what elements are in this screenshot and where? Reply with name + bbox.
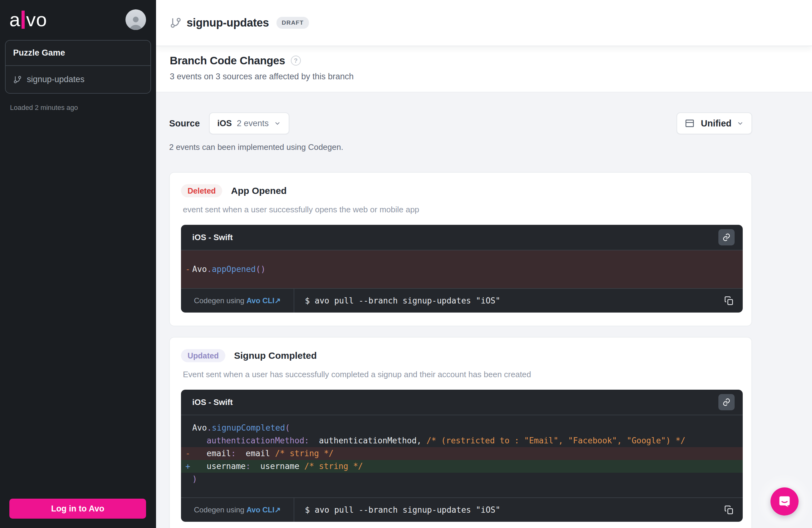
event-title: Signup Completed [234, 350, 317, 361]
event-title: App Opened [231, 185, 287, 196]
copy-icon [724, 296, 734, 305]
intro-section: Branch Code Changes ? 3 events on 3 sour… [156, 46, 812, 92]
copy-button[interactable] [722, 294, 736, 308]
sidebar-branch-item[interactable]: signup-updates [5, 65, 150, 93]
code-line: Avo.signupCompleted( [181, 422, 743, 434]
page-title: Branch Code Changes [170, 54, 285, 67]
codegen-note: 2 events can been implemented using Code… [169, 142, 752, 152]
git-branch-icon [13, 75, 22, 84]
link-icon [722, 398, 731, 406]
cli-command: $ avo pull --branch signup-updates "iOS" [305, 505, 722, 515]
workspace-name[interactable]: Puzzle Game [5, 41, 150, 65]
code-block: iOS - Swift -Avo.appOpened() Codegen usi… [181, 225, 743, 313]
event-card-app-opened: Deleted App Opened event sent when a use… [169, 172, 752, 326]
external-link-icon: ↗ [274, 296, 280, 305]
link-button[interactable] [719, 229, 735, 245]
codegen-cell: Codegen using Avo CLI↗ [181, 498, 294, 522]
workspace-box: Puzzle Game signup-updates [5, 40, 151, 94]
avo-logo: a vo [9, 10, 47, 29]
content: Source iOS 2 events Unified 2 events can… [156, 92, 812, 528]
rows-icon [685, 118, 695, 128]
source-dropdown-count: 2 events [237, 119, 269, 128]
diff-plus-marker: + [185, 460, 190, 473]
draft-badge: DRAFT [276, 17, 309, 29]
chevron-down-icon [737, 119, 744, 127]
logo-letters-vo: vo [26, 10, 47, 29]
link-button[interactable] [719, 394, 735, 410]
copy-button[interactable] [722, 503, 736, 517]
source-dropdown-value: iOS [217, 119, 232, 128]
view-mode-dropdown[interactable]: Unified [677, 112, 752, 134]
source-dropdown[interactable]: iOS 2 events [209, 112, 289, 134]
logo-letter-a: a [9, 10, 20, 29]
code-line: authenticationMethod: authenticationMeth… [181, 434, 743, 447]
deleted-code-line: -email: email /* string */ [181, 447, 743, 460]
chat-widget-glow [756, 473, 812, 528]
avo-cli-link[interactable]: Avo CLI↗ [247, 296, 281, 305]
sidebar-branch-label: signup-updates [27, 75, 85, 84]
code-language-label: iOS - Swift [192, 398, 233, 407]
status-badge-updated: Updated [181, 349, 225, 362]
page-subtitle: 3 events on 3 sources are affected by th… [170, 72, 798, 82]
chat-button[interactable] [770, 487, 799, 515]
user-avatar[interactable] [126, 9, 146, 30]
person-icon [128, 14, 144, 30]
code-block: iOS - Swift Avo.signupCompleted( authent… [181, 390, 743, 522]
status-badge-deleted: Deleted [181, 184, 222, 197]
loaded-status: Loaded 2 minutes ago [10, 104, 156, 112]
event-description: event sent when a user successfully open… [181, 205, 743, 214]
event-description: Event sent when a user has successfully … [181, 370, 743, 380]
branch-title: signup-updates [187, 16, 269, 29]
deleted-code-hunk: -Avo.appOpened() [181, 251, 743, 288]
code-language-label: iOS - Swift [192, 233, 233, 242]
source-label: Source [169, 118, 200, 129]
view-mode-value: Unified [701, 118, 731, 129]
external-link-icon: ↗ [274, 505, 280, 514]
login-button[interactable]: Log in to Avo [9, 499, 146, 519]
code-line: -Avo.appOpened() [181, 263, 743, 276]
avo-cli-link[interactable]: Avo CLI↗ [247, 505, 281, 514]
diff-minus-marker: - [185, 447, 190, 460]
chevron-down-icon [274, 119, 281, 127]
help-icon[interactable]: ? [291, 56, 301, 66]
git-branch-icon [170, 17, 182, 29]
logo-pink-bar [21, 11, 25, 29]
added-code-line: +username: username /* string */ [181, 460, 743, 473]
chat-bubble-icon [778, 495, 792, 508]
code-line: ) [181, 473, 743, 486]
controls-row: Source iOS 2 events Unified [169, 112, 752, 134]
event-card-signup-completed: Updated Signup Completed Event sent when… [169, 337, 752, 528]
diff-minus-marker: - [185, 263, 190, 276]
branch-header: signup-updates DRAFT [156, 0, 812, 46]
cli-command: $ avo pull --branch signup-updates "iOS" [305, 296, 722, 305]
copy-icon [724, 505, 734, 515]
sidebar: a vo Puzzle Game signup-updates Loaded 2… [0, 0, 156, 528]
link-icon [722, 233, 731, 242]
codegen-cell: Codegen using Avo CLI↗ [181, 289, 294, 313]
main-area: signup-updates DRAFT Branch Code Changes… [156, 0, 812, 528]
